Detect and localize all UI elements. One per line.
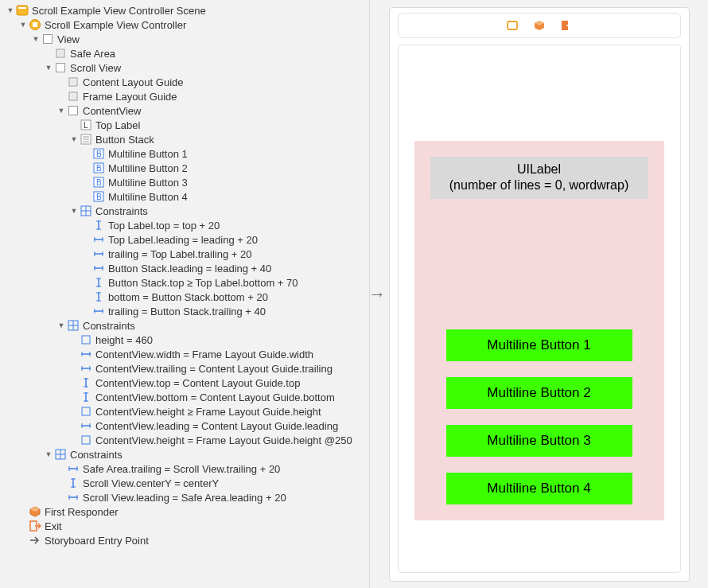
horizontal-constraint-icon <box>80 362 92 375</box>
scene-dock-first-responder-icon[interactable] <box>533 19 546 32</box>
tree-exit[interactable]: Exit <box>0 519 369 533</box>
document-outline-tree[interactable]: ▼ Scroll Example View Controller Scene ▼… <box>0 0 370 588</box>
spacer <box>83 178 91 186</box>
label-line-2: (number of lines = 0, wordwrap) <box>437 177 642 194</box>
tree-constraint[interactable]: Scroll View.leading = Safe Area.leading … <box>0 490 369 504</box>
tree-constraint[interactable]: Button Stack.leading = leading + 40 <box>0 261 369 275</box>
multiline-button-3-preview[interactable]: Multiline Button 3 <box>446 425 632 457</box>
disclosure-triangle-icon[interactable]: ▼ <box>45 450 53 458</box>
tree-multiline-button-3[interactable]: Multiline Button 3 <box>0 175 369 189</box>
tree-constraints-scrollview[interactable]: ▼ Constraints <box>0 318 369 333</box>
tree-view[interactable]: ▼ View <box>0 32 369 46</box>
disclosure-triangle-icon[interactable]: ▼ <box>45 64 53 72</box>
tree-multiline-button-4[interactable]: Multiline Button 4 <box>0 189 369 204</box>
tree-label: trailing = Top Label.trailing + 20 <box>108 248 251 260</box>
scene-dock-exit-icon[interactable] <box>560 19 573 32</box>
exit-icon <box>29 520 41 532</box>
label-icon <box>80 119 92 131</box>
spacer <box>57 465 65 473</box>
tree-constraint[interactable]: bottom = Button Stack.bottom + 20 <box>0 290 369 304</box>
tree-content-layout-guide[interactable]: Content Layout Guide <box>0 75 369 89</box>
scene-dock-view-controller-icon[interactable] <box>506 19 519 32</box>
spacer <box>19 522 27 530</box>
tree-label: ContentView.trailing = Content Layout Gu… <box>95 363 333 375</box>
tree-label: View <box>57 33 80 45</box>
tree-constraint[interactable]: ContentView.top = Content Layout Guide.t… <box>0 376 369 390</box>
scene-preview-frame[interactable]: UILabel (number of lines = 0, wordwrap) … <box>389 7 690 582</box>
spacer <box>57 92 65 100</box>
button-icon <box>92 162 105 174</box>
top-label-preview[interactable]: UILabel (number of lines = 0, wordwrap) <box>430 157 648 200</box>
tree-constraint[interactable]: trailing = Button Stack.trailing + 40 <box>0 304 369 318</box>
button-label: Multiline Button 2 <box>487 385 590 401</box>
tree-constraint[interactable]: Top Label.top = top + 20 <box>0 218 369 232</box>
spacer <box>70 121 78 129</box>
tree-constraint[interactable]: ContentView.trailing = Content Layout Gu… <box>0 361 369 376</box>
tree-constraint[interactable]: ContentView.height = Frame Layout Guide.… <box>0 433 369 447</box>
tree-constraints-contentview[interactable]: ▼ Constraints <box>0 204 369 218</box>
spacer <box>19 508 27 516</box>
disclosure-triangle-icon[interactable]: ▼ <box>6 6 14 14</box>
tree-constraint[interactable]: ContentView.bottom = Content Layout Guid… <box>0 390 369 404</box>
tree-view-controller[interactable]: ▼ Scroll Example View Controller <box>0 18 369 32</box>
spacer <box>83 293 91 301</box>
tree-label: ContentView <box>83 105 141 117</box>
tree-button-stack[interactable]: ▼ Button Stack <box>0 132 369 146</box>
tree-label: Frame Layout Guide <box>83 91 177 103</box>
tree-multiline-button-2[interactable]: Multiline Button 2 <box>0 161 369 175</box>
tree-constraint[interactable]: Safe Area.trailing = Scroll View.trailin… <box>0 461 369 476</box>
spacer <box>83 221 91 229</box>
multiline-button-1-preview[interactable]: Multiline Button 1 <box>446 329 632 361</box>
tree-multiline-button-1[interactable]: Multiline Button 1 <box>0 146 369 161</box>
disclosure-triangle-icon[interactable]: ▼ <box>19 21 27 29</box>
tree-constraint[interactable]: Scroll View.centerY = centerY <box>0 476 369 490</box>
spacer <box>57 493 65 501</box>
tree-scene[interactable]: ▼ Scroll Example View Controller Scene <box>0 3 369 18</box>
tree-constraint[interactable]: Top Label.leading = leading + 20 <box>0 232 369 247</box>
size-constraint-icon <box>80 405 92 418</box>
tree-label: Constraints <box>83 320 135 332</box>
spacer <box>83 250 91 258</box>
tree-label: Safe Area.trailing = Scroll View.trailin… <box>83 463 280 475</box>
tree-constraints-view[interactable]: ▼ Constraints <box>0 447 369 461</box>
first-responder-icon <box>29 505 41 518</box>
canvas-panel: → UILabel (number of lines = 0, wordwrap… <box>370 0 708 588</box>
tree-safe-area[interactable]: Safe Area <box>0 46 369 60</box>
disclosure-triangle-icon[interactable]: ▼ <box>70 207 78 215</box>
guide-icon <box>67 90 80 103</box>
tree-constraint[interactable]: ContentView.height ≥ Frame Layout Guide.… <box>0 404 369 419</box>
spacer <box>70 350 78 358</box>
tree-constraint[interactable]: Button Stack.top ≥ Top Label.bottom + 70 <box>0 275 369 290</box>
disclosure-triangle-icon[interactable]: ▼ <box>57 107 65 115</box>
content-view-preview[interactable]: UILabel (number of lines = 0, wordwrap) … <box>414 141 664 520</box>
vertical-constraint-icon <box>67 477 80 489</box>
tree-constraint[interactable]: height = 460 <box>0 333 369 347</box>
tree-label: Multiline Button 2 <box>108 162 188 174</box>
disclosure-triangle-icon[interactable]: ▼ <box>57 321 65 329</box>
spacer <box>83 236 91 243</box>
scene-dock[interactable] <box>398 13 681 38</box>
multiline-button-4-preview[interactable]: Multiline Button 4 <box>446 473 632 504</box>
disclosure-triangle-icon[interactable]: ▼ <box>70 135 78 143</box>
horizontal-constraint-icon <box>92 262 105 275</box>
tree-constraint[interactable]: trailing = Top Label.trailing + 20 <box>0 247 369 261</box>
tree-constraint[interactable]: ContentView.width = Frame Layout Guide.w… <box>0 347 369 361</box>
view-canvas[interactable]: UILabel (number of lines = 0, wordwrap) … <box>398 45 681 573</box>
spacer <box>57 78 65 86</box>
tree-frame-layout-guide[interactable]: Frame Layout Guide <box>0 89 369 103</box>
tree-constraint[interactable]: ContentView.leading = Content Layout Gui… <box>0 419 369 433</box>
spacer <box>70 364 78 372</box>
multiline-button-2-preview[interactable]: Multiline Button 2 <box>446 377 632 409</box>
button-icon <box>92 176 105 189</box>
horizontal-constraint-icon <box>67 462 80 475</box>
tree-content-view[interactable]: ▼ ContentView <box>0 103 369 118</box>
tree-top-label[interactable]: Top Label <box>0 118 369 132</box>
tree-first-responder[interactable]: First Responder <box>0 504 369 519</box>
button-stack-preview[interactable]: Multiline Button 1 Multiline Button 2 Mu… <box>446 329 632 504</box>
disclosure-triangle-icon[interactable]: ▼ <box>32 35 40 43</box>
size-constraint-icon <box>80 333 92 346</box>
tree-storyboard-entry-point[interactable]: Storyboard Entry Point <box>0 533 369 547</box>
tree-label: Scroll View.centerY = centerY <box>83 477 219 489</box>
tree-scroll-view[interactable]: ▼ Scroll View <box>0 60 369 75</box>
spacer <box>83 164 91 172</box>
